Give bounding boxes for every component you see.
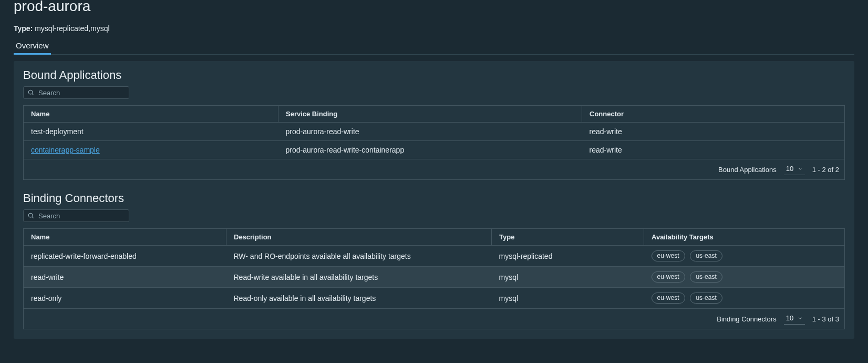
cell-name: read-write — [31, 273, 64, 281]
table-row[interactable]: read-write Read-write available in all a… — [24, 267, 845, 288]
col-desc[interactable]: Description — [226, 229, 492, 246]
bound-apps-footer: Bound Applications 10 1 - 2 of 2 — [23, 159, 845, 180]
table-row[interactable]: replicated-write-forward-enabled RW- and… — [24, 246, 845, 267]
tab-overview[interactable]: Overview — [14, 38, 51, 54]
footer-label: Bound Applications — [718, 166, 777, 174]
col-name[interactable]: Name — [24, 106, 278, 123]
binding-connectors-footer: Binding Connectors 10 1 - 3 of 3 — [23, 309, 845, 329]
section-bound-applications: Bound Applications Name Service Binding … — [23, 68, 845, 180]
col-connector[interactable]: Connector — [582, 106, 845, 123]
cell-desc: Read-write available in all availability… — [234, 273, 378, 281]
tabs: Overview — [14, 38, 854, 55]
page-title: prod-aurora — [14, 0, 854, 15]
cell-desc: RW- and RO-endpoints available all avail… — [234, 252, 411, 260]
table-row[interactable]: test-deployment prod-aurora-read-write r… — [24, 123, 845, 141]
col-type[interactable]: Type — [492, 229, 644, 246]
cell-connector: read-write — [590, 146, 622, 154]
cell-service-binding: prod-aurora-read-write — [286, 127, 359, 136]
page-size-value: 10 — [786, 314, 793, 322]
section-binding-connectors: Binding Connectors Name Description Type — [23, 191, 845, 329]
bound-apps-table: Name Service Binding Connector test-depl… — [23, 105, 845, 159]
chevron-down-icon — [798, 316, 803, 321]
table-row[interactable]: read-only Read-only available in all ava… — [24, 288, 845, 309]
cell-name-link[interactable]: containerapp-sample — [31, 146, 100, 154]
availability-tag: eu-west — [652, 293, 685, 304]
cell-desc: Read-only available in all availability … — [234, 294, 376, 302]
chevron-down-icon — [798, 166, 803, 172]
page-size-select[interactable]: 10 — [784, 164, 805, 175]
table-row[interactable]: containerapp-sample prod-aurora-read-wri… — [24, 141, 845, 159]
cell-service-binding: prod-aurora-read-write-containerapp — [286, 146, 405, 154]
type-line: Type: mysql-replicated,mysql — [14, 24, 854, 33]
bound-apps-search-input[interactable] — [23, 86, 129, 99]
availability-tag: us-east — [690, 250, 722, 261]
page-size-select[interactable]: 10 — [784, 313, 805, 325]
availability-tag: eu-west — [652, 271, 685, 283]
page-size-value: 10 — [786, 165, 793, 173]
col-avail[interactable]: Availability Targets — [644, 229, 845, 246]
page-range: 1 - 2 of 2 — [812, 166, 839, 174]
cell-type: mysql-replicated — [499, 252, 553, 260]
availability-tag: us-east — [690, 293, 722, 304]
cell-name: test-deployment — [31, 127, 84, 136]
availability-tag: us-east — [690, 271, 722, 283]
availability-tag: eu-west — [652, 250, 685, 261]
binding-connectors-title: Binding Connectors — [23, 191, 845, 205]
cell-type: mysql — [499, 294, 519, 302]
cell-name: read-only — [31, 294, 61, 302]
col-name[interactable]: Name — [24, 229, 226, 246]
binding-connectors-table: Name Description Type Availability Targe… — [23, 228, 845, 309]
page-range: 1 - 3 of 3 — [812, 315, 839, 323]
col-service-binding[interactable]: Service Binding — [278, 106, 582, 123]
type-label: Type: — [14, 24, 33, 33]
binding-connectors-search-input[interactable] — [23, 209, 129, 222]
type-value: mysql-replicated,mysql — [35, 24, 109, 33]
cell-name: replicated-write-forward-enabled — [31, 252, 137, 260]
footer-label: Binding Connectors — [717, 315, 776, 323]
bound-applications-title: Bound Applications — [23, 68, 845, 82]
cell-type: mysql — [499, 273, 519, 281]
cell-connector: read-write — [590, 127, 622, 136]
